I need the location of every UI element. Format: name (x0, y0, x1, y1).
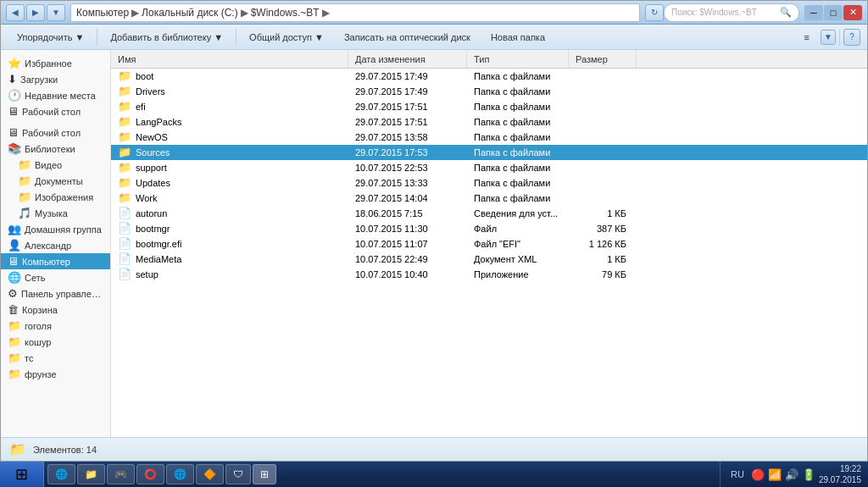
table-row[interactable]: 📁 support 10.07.2015 22:53 Папка с файла… (111, 160, 867, 175)
taskbar-item-opera[interactable]: ⭕ (136, 464, 164, 484)
sidebar-item-favorites[interactable]: ⭐ Избранное (1, 55, 110, 71)
table-row[interactable]: 📄 autorun 18.06.2015 7:15 Сведения для у… (111, 206, 867, 221)
sidebar-item-video[interactable]: 📁 Видео (1, 157, 110, 173)
help-button[interactable]: ? (843, 29, 860, 46)
tray-battery-icon[interactable]: 🔋 (802, 468, 815, 481)
file-date: 18.06.2015 7:15 (348, 208, 467, 219)
system-tray: RU 🔴 📶 🔊 🔋 19:22 29.07.2015 (720, 462, 868, 487)
sidebar-item-desktop[interactable]: 🖥 Рабочий стол (1, 103, 110, 119)
sidebar-item-docs[interactable]: 📁 Документы (1, 173, 110, 189)
ie-icon: 🌐 (55, 468, 68, 480)
sidebar-item-alexander[interactable]: 👤 Александр (1, 237, 110, 253)
column-type[interactable]: Тип (467, 50, 569, 68)
column-date[interactable]: Дата изменения (348, 50, 467, 68)
minimize-button[interactable]: ─ (804, 5, 823, 20)
sidebar-item-computer[interactable]: 🖥 Компьютер (1, 253, 110, 269)
sidebar-item-gogolya[interactable]: 📁 гоголя (1, 318, 110, 334)
recent-button[interactable]: ▼ (47, 4, 65, 21)
sidebar-item-downloads[interactable]: ⬇ Загрузки (1, 71, 110, 87)
taskbar-item-ie[interactable]: 🌐 (47, 464, 75, 484)
taskbar-item-explorer[interactable]: 📁 (77, 464, 105, 484)
sidebar-item-homegroup[interactable]: 👥 Домашняя группа (1, 221, 110, 237)
table-row[interactable]: 📄 setup 10.07.2015 10:40 Приложение 79 К… (111, 267, 867, 282)
table-row[interactable]: 📁 LangPacks 29.07.2015 17:51 Папка с фай… (111, 114, 867, 130)
start-button[interactable]: ⊞ (0, 462, 44, 487)
table-row[interactable]: 📄 bootmgr.efi 10.07.2015 11:07 Файл "EFI… (111, 236, 867, 252)
file-name: MediaMeta (136, 254, 181, 264)
forward-button[interactable]: ▶ (26, 4, 45, 21)
search-bar[interactable]: Поиск: $Windows.~BT 🔍 (664, 3, 799, 22)
new-folder-button[interactable]: Новая папка (481, 27, 554, 47)
file-size: 387 КБ (569, 224, 637, 234)
docs-icon: 📁 (18, 174, 31, 187)
status-folder-icon: 📁 (9, 441, 26, 457)
tray-wifi-icon[interactable]: 📶 (768, 468, 782, 481)
sidebar-item-koshur[interactable]: 📁 кошур (1, 334, 110, 350)
tray-language[interactable]: RU (727, 469, 748, 479)
status-bar: 📁 Элементов: 14 (1, 437, 867, 461)
maximize-button[interactable]: □ (824, 5, 843, 20)
taskbar-item-app2[interactable]: 🛡 (225, 464, 251, 484)
views-extra-button[interactable]: ▼ (821, 30, 836, 45)
table-row[interactable]: 📁 boot 29.07.2015 17:49 Папка с файлами (111, 69, 867, 84)
breadcrumb-sep1: ▶ (131, 7, 139, 19)
file-date: 10.07.2015 10:40 (348, 269, 467, 279)
file-type: Файл "EFI" (467, 239, 569, 249)
sidebar-item-recycle[interactable]: 🗑 Корзина (1, 302, 110, 318)
column-name[interactable]: Имя (111, 50, 348, 68)
sidebar-item-images[interactable]: 📁 Изображения (1, 189, 110, 205)
taskbar-item-chrome[interactable]: 🌐 (166, 464, 194, 484)
file-name: Sources (136, 147, 170, 158)
table-row[interactable]: 📁 efi 29.07.2015 17:51 Папка с файлами (111, 99, 867, 114)
file-name: Work (136, 193, 157, 203)
sidebar-item-frunze[interactable]: 📁 фрунзе (1, 366, 110, 382)
table-row[interactable]: 📁 Work 29.07.2015 14:04 Папка с файлами (111, 191, 867, 206)
back-button[interactable]: ◀ (6, 4, 25, 21)
file-name: bootmgr.efi (136, 239, 181, 249)
file-name: setup (136, 269, 159, 279)
sidebar-item-network[interactable]: 🌐 Сеть (1, 269, 110, 285)
search-icon: 🔍 (780, 7, 792, 18)
sidebar-item-music[interactable]: 🎵 Музыка (1, 205, 110, 221)
table-row[interactable]: 📄 MediaMeta 10.07.2015 22:49 Документ XM… (111, 252, 867, 267)
column-header: Имя Дата изменения Тип Размер (111, 50, 867, 69)
column-size[interactable]: Размер (569, 50, 637, 68)
tray-clock: 19:22 29.07.2015 (819, 463, 861, 485)
toolbar-sep3 (839, 29, 840, 46)
file-icon: 📁 (118, 161, 131, 174)
taskbar-item-game[interactable]: 🎮 (107, 464, 135, 484)
share-button[interactable]: Общий доступ ▼ (240, 27, 333, 47)
file-size: 1 126 КБ (569, 239, 637, 249)
folder-icon-k: 📁 (8, 335, 21, 348)
library-icon: 📚 (8, 142, 21, 155)
close-button[interactable]: ✕ (843, 5, 862, 20)
organize-button[interactable]: Упорядочить ▼ (8, 27, 93, 47)
file-icon: 📁 (118, 191, 131, 204)
tray-sound-icon[interactable]: 🔊 (785, 468, 798, 481)
file-icon: 📄 (118, 207, 131, 219)
refresh-button[interactable]: ↻ (645, 4, 664, 21)
file-date: 10.07.2015 22:49 (348, 254, 467, 264)
sidebar-item-control-panel[interactable]: ⚙ Панель управления (1, 285, 110, 302)
table-row[interactable]: 📁 Updates 29.07.2015 13:33 Папка с файла… (111, 175, 867, 191)
burn-button[interactable]: Записать на оптический диск (335, 27, 480, 47)
table-row[interactable]: 📁 Drivers 29.07.2015 17:49 Папка с файла… (111, 84, 867, 99)
tray-antivirus-icon[interactable]: 🔴 (751, 468, 765, 481)
breadcrumb[interactable]: Компьютер ▶ Локальный диск (C:) ▶ $Windo… (70, 3, 640, 22)
file-size: 1 КБ (569, 208, 637, 219)
taskbar-item-windows[interactable]: ⊞ (253, 464, 276, 484)
table-row[interactable]: 📄 bootmgr 10.07.2015 11:30 Файл 387 КБ (111, 221, 867, 236)
taskbar-item-app1[interactable]: 🔶 (196, 464, 224, 484)
sidebar-item-recent[interactable]: 🕐 Недавние места (1, 87, 110, 103)
table-row[interactable]: 📁 NewOS 29.07.2015 13:58 Папка с файлами (111, 130, 867, 145)
table-row[interactable]: 📁 Sources 29.07.2015 17:53 Папка с файла… (111, 145, 867, 160)
file-name: NewOS (136, 132, 168, 142)
library-button[interactable]: Добавить в библиотеку ▼ (101, 27, 232, 47)
sidebar-item-libraries[interactable]: 📚 Библиотеки (1, 141, 110, 157)
sidebar-item-tc[interactable]: 📁 тс (1, 350, 110, 366)
star-icon: ⭐ (8, 57, 21, 69)
computer-icon: 🖥 (8, 255, 19, 268)
views-button[interactable]: ≡ (795, 27, 819, 47)
sidebar-item-desktop2[interactable]: 🖥 Рабочий стол (1, 125, 110, 141)
file-type: Папка с файлами (467, 117, 569, 127)
